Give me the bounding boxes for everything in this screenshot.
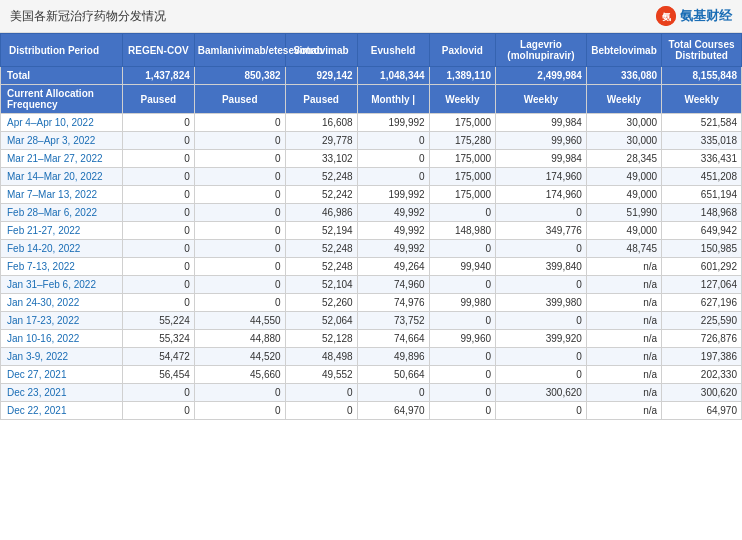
cell-lagev: 399,980 xyxy=(496,294,587,312)
cell-sotro: 33,102 xyxy=(285,150,357,168)
cell-total: 202,330 xyxy=(662,366,742,384)
cell-bamla: 0 xyxy=(194,294,285,312)
cell-evush: 73,752 xyxy=(357,312,429,330)
cell-bamla: 0 xyxy=(194,168,285,186)
total-label: Total xyxy=(1,67,123,85)
cell-period[interactable]: Apr 4–Apr 10, 2022 xyxy=(1,114,123,132)
total-value-3: 1,048,344 xyxy=(357,67,429,85)
cell-paxlo: 99,980 xyxy=(429,294,495,312)
table-row: Feb 7-13, 2022 0 0 52,248 49,264 99,940 … xyxy=(1,258,742,276)
col-header-total: Total Courses Distributed xyxy=(662,34,742,67)
col-header-bebte: Bebtelovimab xyxy=(586,34,661,67)
cell-regen: 0 xyxy=(122,222,194,240)
cell-period[interactable]: Mar 7–Mar 13, 2022 xyxy=(1,186,123,204)
cell-period[interactable]: Mar 28–Apr 3, 2022 xyxy=(1,132,123,150)
data-table: Distribution Period REGEN-COV Bamlanivim… xyxy=(0,33,742,420)
freq-value-1: Paused xyxy=(194,85,285,114)
cell-bebte: n/a xyxy=(586,366,661,384)
cell-total: 521,584 xyxy=(662,114,742,132)
cell-period[interactable]: Jan 17-23, 2022 xyxy=(1,312,123,330)
cell-bebte: 30,000 xyxy=(586,114,661,132)
col-header-bamla: Bamlanivimab/etesevimab xyxy=(194,34,285,67)
cell-total: 197,386 xyxy=(662,348,742,366)
cell-lagev: 99,984 xyxy=(496,114,587,132)
cell-evush: 0 xyxy=(357,150,429,168)
cell-bamla: 44,550 xyxy=(194,312,285,330)
cell-evush: 0 xyxy=(357,168,429,186)
cell-evush: 199,992 xyxy=(357,186,429,204)
cell-lagev: 99,984 xyxy=(496,150,587,168)
cell-period[interactable]: Dec 22, 2021 xyxy=(1,402,123,420)
logo-area: 氨 氨基财经 xyxy=(656,6,732,26)
table-row: Jan 17-23, 2022 55,224 44,550 52,064 73,… xyxy=(1,312,742,330)
total-value-5: 2,499,984 xyxy=(496,67,587,85)
cell-bebte: n/a xyxy=(586,348,661,366)
cell-period[interactable]: Jan 24-30, 2022 xyxy=(1,294,123,312)
total-value-6: 336,080 xyxy=(586,67,661,85)
cell-evush: 64,970 xyxy=(357,402,429,420)
cell-period[interactable]: Dec 23, 2021 xyxy=(1,384,123,402)
cell-paxlo: 148,980 xyxy=(429,222,495,240)
cell-total: 225,590 xyxy=(662,312,742,330)
cell-total: 148,968 xyxy=(662,204,742,222)
col-header-regen: REGEN-COV xyxy=(122,34,194,67)
cell-sotro: 52,194 xyxy=(285,222,357,240)
cell-total: 726,876 xyxy=(662,330,742,348)
cell-evush: 50,664 xyxy=(357,366,429,384)
cell-regen: 0 xyxy=(122,276,194,294)
cell-period[interactable]: Feb 14-20, 2022 xyxy=(1,240,123,258)
cell-bamla: 0 xyxy=(194,402,285,420)
cell-regen: 0 xyxy=(122,114,194,132)
cell-regen: 55,224 xyxy=(122,312,194,330)
cell-evush: 74,664 xyxy=(357,330,429,348)
col-header-lagev: Lagevrio (molnupiravir) xyxy=(496,34,587,67)
cell-period[interactable]: Jan 3-9, 2022 xyxy=(1,348,123,366)
cell-period[interactable]: Jan 10-16, 2022 xyxy=(1,330,123,348)
cell-bamla: 45,660 xyxy=(194,366,285,384)
cell-evush: 199,992 xyxy=(357,114,429,132)
cell-period[interactable]: Feb 7-13, 2022 xyxy=(1,258,123,276)
cell-evush: 49,896 xyxy=(357,348,429,366)
cell-period[interactable]: Mar 21–Mar 27, 2022 xyxy=(1,150,123,168)
col-header-period: Distribution Period xyxy=(1,34,123,67)
cell-bebte: n/a xyxy=(586,276,661,294)
cell-bamla: 0 xyxy=(194,114,285,132)
logo-text: 氨基财经 xyxy=(680,7,732,25)
cell-regen: 56,454 xyxy=(122,366,194,384)
cell-bebte: 49,000 xyxy=(586,222,661,240)
header-bar: 美国各新冠治疗药物分发情况 氨 氨基财经 xyxy=(0,0,742,33)
cell-bebte: 30,000 xyxy=(586,132,661,150)
cell-period[interactable]: Feb 28–Mar 6, 2022 xyxy=(1,204,123,222)
cell-bamla: 44,880 xyxy=(194,330,285,348)
cell-lagev: 0 xyxy=(496,204,587,222)
cell-bebte: 49,000 xyxy=(586,168,661,186)
freq-value-0: Paused xyxy=(122,85,194,114)
cell-lagev: 0 xyxy=(496,402,587,420)
cell-period[interactable]: Jan 31–Feb 6, 2022 xyxy=(1,276,123,294)
cell-paxlo: 175,000 xyxy=(429,150,495,168)
cell-bamla: 0 xyxy=(194,276,285,294)
cell-regen: 0 xyxy=(122,402,194,420)
cell-lagev: 399,840 xyxy=(496,258,587,276)
table-row: Jan 3-9, 2022 54,472 44,520 48,498 49,89… xyxy=(1,348,742,366)
cell-sotro: 52,248 xyxy=(285,168,357,186)
cell-evush: 49,992 xyxy=(357,222,429,240)
total-value-1: 850,382 xyxy=(194,67,285,85)
cell-period[interactable]: Mar 14–Mar 20, 2022 xyxy=(1,168,123,186)
table-row: Mar 7–Mar 13, 2022 0 0 52,242 199,992 17… xyxy=(1,186,742,204)
col-header-evush: Evusheld xyxy=(357,34,429,67)
cell-period[interactable]: Feb 21-27, 2022 xyxy=(1,222,123,240)
cell-regen: 55,324 xyxy=(122,330,194,348)
cell-total: 601,292 xyxy=(662,258,742,276)
cell-regen: 0 xyxy=(122,258,194,276)
cell-bamla: 0 xyxy=(194,240,285,258)
cell-sotro: 52,242 xyxy=(285,186,357,204)
cell-regen: 0 xyxy=(122,150,194,168)
total-value-2: 929,142 xyxy=(285,67,357,85)
cell-regen: 0 xyxy=(122,384,194,402)
cell-sotro: 0 xyxy=(285,384,357,402)
cell-paxlo: 175,000 xyxy=(429,114,495,132)
table-row: Jan 24-30, 2022 0 0 52,260 74,976 99,980… xyxy=(1,294,742,312)
cell-lagev: 99,960 xyxy=(496,132,587,150)
cell-period[interactable]: Dec 27, 2021 xyxy=(1,366,123,384)
